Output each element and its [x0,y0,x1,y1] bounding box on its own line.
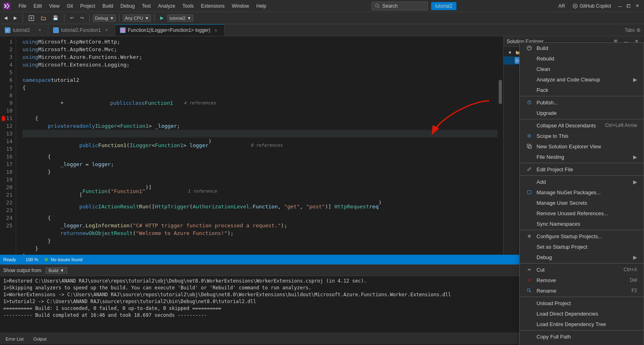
menu-tools[interactable]: Tools [179,2,197,10]
tab-tutorial2[interactable]: t2 tutorial2 × [0,24,48,36]
menu-project[interactable]: Project [77,2,98,10]
ctx-load-all[interactable]: Load Entire Dependency Tree [520,319,644,329]
ctx-nuget-label: Manage NuGet Packages... [537,189,601,195]
ctx-cut[interactable]: ✂ Cut Ctrl+X [520,264,644,275]
menu-git[interactable]: Git [64,2,76,10]
ctx-user-secrets[interactable]: Manage User Secrets [520,197,644,208]
ctx-new-view[interactable]: New Solution Explorer View [520,141,644,152]
svg-rect-9 [120,28,125,33]
ctx-scope[interactable]: Scope to This [520,131,644,141]
menu-build[interactable]: Build [99,2,117,10]
toolbar-forward[interactable]: ▶ [11,15,19,21]
ctx-nuget-icon [526,189,533,195]
bottom-error-list-tab[interactable]: Error List [3,336,26,342]
breakpoint-indicator[interactable] [2,116,5,121]
ctx-add[interactable]: Add ▶ [520,177,644,187]
ctx-sep-1 [520,96,644,96]
tab-close-function1-sig[interactable]: × [213,27,219,33]
tab-function1[interactable]: tutorial2.Function1 × [48,24,115,36]
ctx-unload-label: Unload Project [537,300,571,306]
ctx-unload[interactable]: Unload Project [520,298,644,308]
ctx-file-nesting-icon [526,154,533,160]
menu-window[interactable]: Window [229,2,252,10]
svg-rect-16 [528,145,532,149]
bottom-output-tab[interactable]: Output [31,336,49,342]
project-dropdown[interactable]: tutorial2 ▼ [167,15,193,22]
svg-rect-15 [527,144,530,148]
ctx-build-icon [526,45,533,51]
menu-analyze[interactable]: Analyze [155,2,179,10]
menu-file[interactable]: File [15,2,29,10]
ctx-copy-path[interactable]: Copy Full Path [520,331,644,342]
ctx-collapse[interactable]: Collapse All Descendants Ctrl+Left Arrow [520,120,644,131]
toolbar-save[interactable]: 💾 [50,15,61,21]
ctx-edit-project[interactable]: Edit Project File [520,164,644,175]
ctx-analyze[interactable]: Analyze and Code Cleanup ▶ [520,74,644,85]
ctx-configure-startup[interactable]: Configure Startup Projects... [520,231,644,241]
output-source-value: Build [48,268,58,273]
ctx-sync-ns[interactable]: Sync Namespaces [520,218,644,229]
menu-edit[interactable]: Edit [30,2,45,10]
ctx-set-startup[interactable]: Set as Startup Project [520,241,644,252]
toolbar-sep-3 [89,14,90,22]
menu-extensions[interactable]: Extensions [198,2,228,10]
search-bar[interactable]: Search [372,2,428,10]
ctx-debug[interactable]: Debug ▶ [520,252,644,262]
output-source-dropdown[interactable]: Build ▼ [45,267,67,274]
ctx-unused-refs[interactable]: Remove Unused References... [520,208,644,218]
menu-help[interactable]: Help [253,2,270,10]
toolbar-sep-5 [154,14,155,22]
tab-icon-function1 [53,27,59,33]
ctx-clean[interactable]: Clean [520,64,644,74]
tree-expand-icon: ▼ [507,49,513,56]
tab-close-tutorial2[interactable]: × [37,27,43,33]
tab-function1-sig[interactable]: Function1(ILogger<Function1> logger) × [115,24,225,36]
ctx-file-nesting-label: File Nesting [537,154,564,160]
ctx-rebuild[interactable]: Rebuild [520,53,644,64]
toolbar-open[interactable] [38,15,49,22]
ctx-rename[interactable]: Rename F2 [520,285,644,296]
platform-dropdown[interactable]: Any CPU ▼ [123,15,151,22]
tab-close-function1[interactable]: × [103,27,110,33]
ctx-sep-5 [520,230,644,230]
ctx-upgrade-label: Upgrade [537,110,557,116]
ctx-remove[interactable]: ✕ Remove Del [520,275,644,285]
menu-debug[interactable]: Debug [117,2,138,10]
maximize-button[interactable]: ⧠ [625,3,632,9]
ctx-configure-startup-label: Configure Startup Projects... [537,233,602,239]
ctx-load-direct[interactable]: Load Direct Dependencies [520,308,644,319]
ctx-nuget[interactable]: Manage NuGet Packages... [520,187,644,197]
ctx-analyze-arrow: ▶ [633,77,637,83]
debug-mode-dropdown[interactable]: Debug ▼ [93,15,116,22]
ctx-add-label: Add [537,179,546,185]
toolbar-new-project[interactable] [26,15,37,22]
ctx-set-startup-label: Set as Startup Project [537,244,587,250]
ctx-file-nesting[interactable]: File Nesting ▶ [520,152,644,162]
ctx-sep-7 [520,297,644,297]
code-line-23: } [23,245,497,252]
scrollbar-thumb[interactable] [499,80,502,104]
ctx-collapse-label: Collapse All Descendants [537,123,596,129]
ctx-pack[interactable]: Pack [520,85,644,95]
vertical-scrollbar[interactable] [497,36,503,255]
tabs-settings[interactable]: Tabs ⚙ [621,24,644,36]
tab-icon-function1-sig [120,27,126,33]
ctx-upgrade[interactable]: Upgrade [520,108,644,118]
ctx-rebuild-label: Rebuild [537,56,554,62]
toolbar-start[interactable]: ▶ [158,15,166,21]
ctx-publish[interactable]: Publish... [520,97,644,108]
project-dropdown-label: tutorial2 [169,16,185,21]
code-line-10: private readonly ILogger<Function1> _log… [23,122,497,130]
github-copilot-button[interactable]: GitHub Copilot [569,2,614,10]
code-area[interactable]: using Microsoft.AspNetCore.Http; using M… [16,36,497,255]
svg-point-0 [376,4,379,7]
toolbar-redo[interactable]: ↪ [78,15,86,21]
toolbar-undo[interactable]: ↩ [68,15,76,21]
close-button[interactable]: ✕ [634,3,641,9]
toolbar-back[interactable]: ◀ [2,15,10,21]
ctx-build[interactable]: Build [520,43,644,53]
menu-test[interactable]: Test [139,2,154,10]
menu-view[interactable]: View [46,2,63,10]
minimize-button[interactable]: — [617,3,623,9]
ctx-open-folder[interactable]: Open Folder in File Explorer [520,342,644,345]
